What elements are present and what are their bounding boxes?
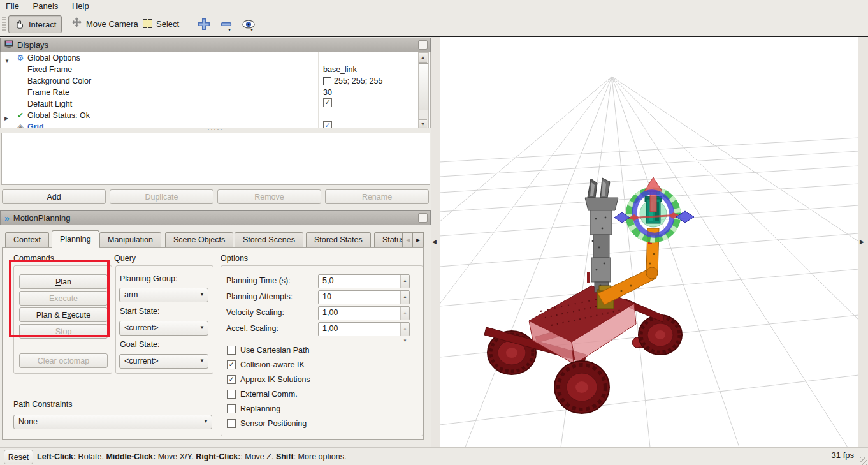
toolbar-separator (189, 17, 189, 32)
status-ok-check-icon: ✓ (16, 110, 25, 121)
3d-viewport[interactable] (440, 37, 858, 447)
collapse-left-icon[interactable]: ◀ (432, 239, 437, 245)
motion-planning-collapse-button[interactable] (418, 213, 428, 223)
menu-panels[interactable]: Panels (27, 0, 64, 13)
spin-up-icon[interactable]: ▲ (403, 291, 407, 303)
tab-planning[interactable]: Planning (52, 230, 99, 248)
tree-scrollbar[interactable]: ▲ ▼ (418, 52, 429, 128)
options-section-label: Options (221, 254, 248, 263)
spin-up-icon[interactable]: ▲ (403, 275, 407, 287)
path-constraints-label: Path Constraints (13, 400, 72, 409)
planning-attempts-spinbox[interactable]: 10 ▲▼ (318, 290, 410, 304)
planning-tab-content: Commands Plan Execute Plan & Execute Sto… (2, 247, 424, 440)
panel-splitter[interactable]: ····· (0, 205, 431, 210)
tab-context[interactable]: Context (5, 232, 49, 247)
panel-splitter[interactable]: ····· (0, 128, 431, 133)
replanning-checkbox[interactable]: Replanning (227, 404, 280, 413)
default-light-checkbox[interactable]: ✓ (323, 98, 332, 107)
scrollbar-thumb[interactable] (419, 63, 428, 110)
plan-button[interactable]: Plan (19, 274, 108, 289)
planning-time-spinbox[interactable]: 5,0 ▲▼ (318, 274, 410, 288)
color-swatch (323, 77, 331, 85)
stop-button[interactable]: Stop (19, 324, 108, 339)
interact-tool-button[interactable]: Interact (8, 15, 62, 33)
goal-state-combobox[interactable]: <current> ▼ (119, 354, 208, 369)
right-panel-collapse-strip[interactable]: ▶ (858, 37, 868, 447)
status-bar: Reset Left-Click: Rotate. Middle-Click: … (0, 447, 868, 465)
menu-bar: File Panels Help (0, 0, 868, 13)
view-eye-icon[interactable]: ▾ (242, 18, 256, 33)
grid-enabled-checkbox[interactable]: ✓ (323, 121, 332, 128)
move-camera-tool-button[interactable]: Move Camera (66, 15, 143, 32)
rename-display-button[interactable]: Rename (325, 189, 429, 204)
collision-aware-ik-checkbox[interactable]: ✓Collision-aware IK (227, 360, 305, 369)
left-panel-collapse-strip[interactable]: ◀ (431, 37, 440, 447)
zoom-out-minus-icon[interactable]: ▾ (219, 17, 233, 33)
collapse-right-icon[interactable]: ▶ (860, 239, 864, 245)
approx-ik-solutions-checkbox[interactable]: ✓Approx IK Solutions (227, 375, 310, 384)
reset-button[interactable]: Reset (4, 450, 33, 464)
tree-row-frame-rate[interactable]: Frame Rate 30 (1, 87, 430, 98)
tree-row-grid[interactable]: ▶ ◈ Grid ✓ (1, 121, 430, 128)
motion-planning-header[interactable]: » MotionPlanning (0, 210, 431, 225)
velocity-scaling-label: Velocity Scaling: (226, 308, 284, 317)
goal-state-label: Goal State: (120, 340, 160, 349)
velocity-scaling-spinbox[interactable]: 1,00 ▲▼ (318, 306, 410, 320)
planning-group-combobox[interactable]: arm ▼ (119, 288, 208, 302)
displays-panel-header[interactable]: Displays (0, 38, 431, 52)
commands-section-label: Commands (13, 254, 54, 263)
tree-row-global-options[interactable]: ▼ ⚙ Global Options (1, 52, 430, 64)
tree-row-background-color[interactable]: Background Color 255; 255; 255 (1, 75, 430, 87)
spin-up-icon[interactable]: ▲ (403, 307, 407, 319)
start-state-combobox[interactable]: <current> ▼ (119, 321, 208, 336)
gear-icon: ⚙ (16, 52, 25, 64)
zoom-in-plus-icon[interactable] (197, 17, 211, 33)
execute-button[interactable]: Execute (19, 291, 108, 306)
menu-help[interactable]: Help (66, 0, 95, 13)
tree-row-global-status[interactable]: ▶ ✓ Global Status: Ok (1, 110, 430, 121)
display-description-box (1, 133, 430, 185)
plan-and-execute-button[interactable]: Plan & Execute (19, 307, 108, 322)
view-dropdown-arrow-icon[interactable]: ▾ (250, 27, 253, 33)
sensor-positioning-checkbox[interactable]: Sensor Positioning (227, 419, 307, 428)
spin-down-icon[interactable]: ▼ (403, 335, 407, 347)
scroll-down-icon[interactable]: ▼ (419, 119, 427, 128)
background-color-value[interactable]: 255; 255; 255 (323, 75, 382, 87)
toolbar-drag-handle[interactable] (2, 17, 6, 32)
clear-octomap-button[interactable]: Clear octomap (19, 353, 108, 368)
tab-status[interactable]: Status (374, 232, 405, 247)
zoom-out-dropdown-arrow-icon[interactable]: ▾ (228, 27, 231, 33)
spin-up-icon[interactable]: ▲ (403, 323, 407, 335)
tab-scroll-right-icon[interactable]: ▶ (412, 232, 424, 249)
tab-scene-objects[interactable]: Scene Objects (165, 232, 233, 247)
scroll-up-icon[interactable]: ▲ (419, 53, 427, 63)
tab-manipulation[interactable]: Manipulation (99, 232, 161, 247)
external-comm-checkbox[interactable]: External Comm. (227, 390, 298, 399)
wheel-front (554, 361, 609, 413)
path-constraints-combobox[interactable]: None ▼ (13, 415, 212, 429)
select-tool-button[interactable]: Select (138, 15, 184, 32)
duplicate-display-button[interactable]: Duplicate (110, 189, 213, 204)
fixed-frame-value[interactable]: base_link (323, 64, 357, 75)
rviz-window: File Panels Help Interact Move Camera Se… (0, 0, 868, 465)
use-cartesian-path-checkbox[interactable]: Use Cartesian Path (227, 346, 309, 355)
remove-display-button[interactable]: Remove (217, 189, 321, 204)
tab-stored-scenes[interactable]: Stored Scenes (235, 232, 303, 247)
expander-right-icon[interactable]: ▶ (4, 124, 8, 128)
planning-time-label: Planning Time (s): (226, 276, 291, 285)
frame-rate-value[interactable]: 30 (323, 87, 332, 98)
planning-group-label: Planning Group: (120, 274, 177, 283)
displays-panel-collapse-button[interactable] (418, 40, 428, 50)
planning-attempts-label: Planning Attempts: (226, 292, 293, 301)
motion-planning-tab-bar: Context Planning Manipulation Scene Obje… (0, 230, 431, 247)
resize-grip[interactable] (860, 457, 867, 465)
accel-scaling-spinbox[interactable]: 1,00 ▲▼ (318, 322, 410, 336)
tab-stored-states[interactable]: Stored States (306, 232, 371, 247)
menu-file[interactable]: File (0, 0, 25, 13)
query-section-label: Query (114, 254, 136, 263)
chevron-down-icon: ▼ (199, 321, 205, 334)
tree-row-fixed-frame[interactable]: Fixed Frame base_link (1, 64, 430, 75)
add-display-button[interactable]: Add (2, 189, 106, 204)
tree-row-default-light[interactable]: Default Light ✓ (1, 98, 430, 110)
chevron-down-icon: ▼ (199, 288, 205, 301)
